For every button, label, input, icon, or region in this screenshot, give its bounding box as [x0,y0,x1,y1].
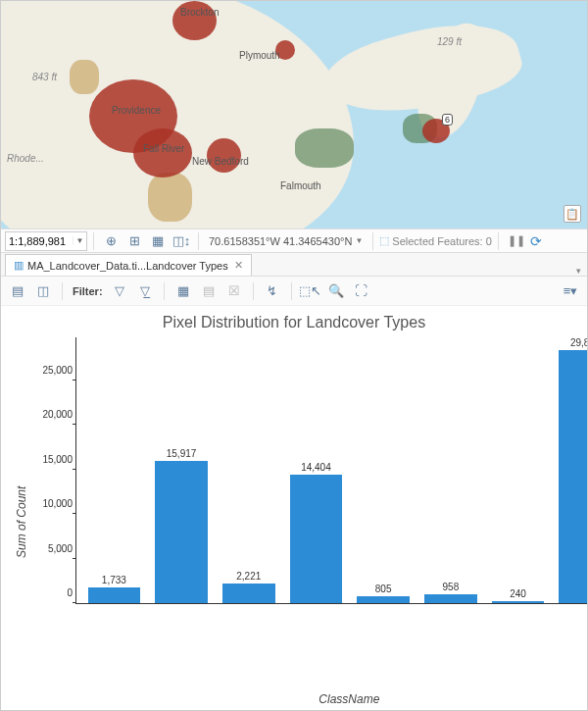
close-tab-icon[interactable]: ✕ [234,259,243,272]
snap-settings-icon[interactable]: ⊞ [123,231,145,251]
selected-features-readout: ⬚ Selected Features: 0 [379,234,491,247]
bar[interactable] [222,584,275,603]
select-mode-icon[interactable]: ⬚↖ [300,281,321,301]
bar-bare-areas[interactable]: 1,733 [80,337,148,603]
coordinates-dropdown-icon[interactable]: ▼ [355,236,363,245]
toolbar-menu-icon[interactable]: ≡▾ [560,281,581,301]
map-status-bar: ▼ ⊕ ⊞ ▦ ◫↕ 70.6158351°W 41.3465430°N ▼ ⬚… [1,229,587,253]
coordinates-readout[interactable]: 70.6158351°W 41.3465430°N ▼ [209,235,363,247]
y-tick: 0 [29,587,73,598]
selected-count: 0 [486,235,492,247]
selection-icon: ⬚ [379,234,389,247]
bar-value-label: 29,823 [570,337,588,348]
grid-icon[interactable]: ▦ [147,231,169,251]
bar-sparse-vegetation[interactable]: 240 [484,337,552,603]
full-extent-icon[interactable]: ⛶ [351,281,372,301]
map-view[interactable]: Brockton Plymouth Providence Fall River … [1,1,587,229]
map-elevation-right: 129 ft [437,36,462,47]
chart-legend-icon[interactable]: ◫ [32,281,54,301]
route-shield: 6 [442,114,453,126]
y-axis-label: Sum of Count [13,337,28,706]
tabs-overflow-icon[interactable]: ▾ [576,266,581,276]
map-elevation-left: 843 ft [32,72,57,82]
refresh-button[interactable]: ⟳ [530,233,542,249]
bar[interactable] [357,596,410,603]
chart-toolbar: ▤ ◫ Filter: ▽ ▽̲ ▦ ▤ ☒ ↯ ⬚↖ 🔍 ⛶ ≡▾ [1,277,587,306]
bar-herbaceous-cropland[interactable]: 2,221 [215,337,282,603]
pause-drawing-button[interactable]: ❚❚ [508,234,525,247]
bar-value-label: 240 [510,588,526,599]
filter-selection-icon[interactable]: ▽ [109,281,130,301]
plot-grid[interactable]: 1,73315,9172,22114,40480595824029,823 05… [75,337,588,604]
bar[interactable] [492,601,545,603]
bar-shrubland[interactable]: 958 [417,337,485,603]
chart-tab-label: MA_Landcover_Data.ti...Landcover Types [27,260,228,272]
bar-chart-icon: ▥ [14,259,24,272]
filter-label: Filter: [73,285,103,297]
bar-value-label: 15,917 [167,448,197,459]
bar[interactable] [88,587,141,603]
chart-pane: Pixel Distribution for Landcover Types S… [1,306,587,710]
bar[interactable] [290,475,343,603]
scale-input[interactable] [6,235,73,247]
coordinates-text: 70.6158351°W 41.3465430°N [209,235,352,247]
y-tick: 25,000 [29,364,73,375]
bar[interactable] [559,350,588,603]
zoom-mode-icon[interactable]: 🔍 [325,281,347,301]
map-label-rhode: Rhode... [7,153,44,164]
rotate-icon[interactable]: ↯ [262,281,283,301]
map-clipboard-button[interactable]: 📋 [564,205,581,223]
scale-dropdown-icon[interactable]: ▼ [73,236,86,245]
snap-tool-icon[interactable]: ⊕ [100,231,122,251]
y-tick: 20,000 [29,409,73,420]
x-axis-label: ClassName [75,692,588,706]
calc-icon[interactable]: ▤ [198,281,220,301]
bar-value-label: 805 [375,584,392,594]
bar-urban-areas[interactable]: 29,823 [552,337,588,603]
y-tick: 15,000 [29,453,73,464]
chart-title: Pixel Distribution for Landcover Types [13,314,575,331]
bar-grassland[interactable]: 15,917 [148,337,216,603]
constraints-icon[interactable]: ◫↕ [171,231,192,251]
bar[interactable] [155,461,208,603]
chart-properties-icon[interactable]: ▤ [7,281,28,301]
chart-tab-landcover[interactable]: ▥ MA_Landcover_Data.ti...Landcover Types… [5,254,252,276]
filter-extent-icon[interactable]: ▽̲ [134,281,156,301]
bar-value-label: 2,221 [236,571,261,582]
y-tick: 10,000 [29,498,73,509]
bar-value-label: 958 [443,582,460,592]
chart-tabs-row: ▥ MA_Landcover_Data.ti...Landcover Types… [1,253,587,277]
scale-combo[interactable]: ▼ [5,231,87,251]
bar-mixed-tree-cover[interactable]: 14,404 [282,337,350,603]
bar-value-label: 14,404 [301,462,331,473]
bar[interactable] [424,594,477,603]
bar-value-label: 1,733 [102,575,126,585]
y-tick: 5,000 [29,542,73,553]
table-icon[interactable]: ▦ [172,281,194,301]
clear-sel-icon[interactable]: ☒ [223,281,245,301]
bar-rainfed-cropland[interactable]: 805 [350,337,417,603]
